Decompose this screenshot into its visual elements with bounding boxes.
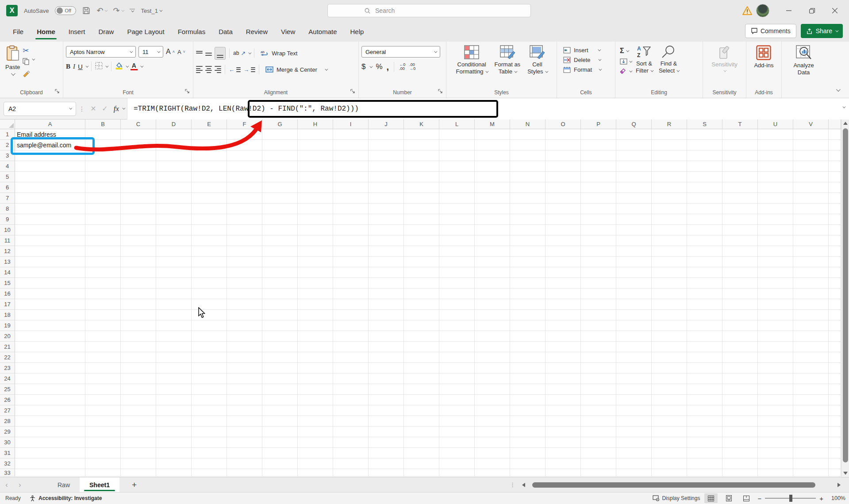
grid-cell-L31[interactable] bbox=[439, 448, 475, 458]
grid-cell-D28[interactable] bbox=[156, 416, 192, 427]
grid-cell-V26[interactable] bbox=[793, 395, 829, 405]
grid-cell-partial[interactable] bbox=[829, 458, 841, 469]
paste-button[interactable]: Paste bbox=[3, 43, 23, 77]
grid-cell-P29[interactable] bbox=[581, 427, 616, 437]
row-header-1[interactable]: 1 bbox=[0, 129, 15, 140]
grid-cell-Q30[interactable] bbox=[616, 437, 652, 448]
grid-cell-F5[interactable] bbox=[227, 172, 262, 182]
grid-cell-O7[interactable] bbox=[546, 193, 581, 204]
grid-cell-O18[interactable] bbox=[546, 310, 581, 320]
grid-cell-F17[interactable] bbox=[227, 299, 262, 310]
grid-cell-A23[interactable] bbox=[15, 363, 85, 373]
row-header-27[interactable]: 27 bbox=[0, 405, 15, 416]
column-header-L[interactable]: L bbox=[439, 119, 475, 129]
grid-cell-E7[interactable] bbox=[192, 193, 227, 204]
ribbon-tab-review[interactable]: Review bbox=[239, 23, 274, 40]
grid-cell-I33[interactable] bbox=[333, 469, 369, 477]
grid-cell-M10[interactable] bbox=[475, 225, 510, 235]
normal-view-button[interactable] bbox=[704, 493, 718, 503]
grid-cell-partial[interactable] bbox=[829, 405, 841, 416]
grid-cell-U19[interactable] bbox=[758, 320, 793, 331]
grid-cell-G19[interactable] bbox=[262, 320, 298, 331]
grid-cell-J10[interactable] bbox=[369, 225, 404, 235]
grid-cell-G1[interactable] bbox=[262, 129, 298, 140]
grid-cell-T6[interactable] bbox=[722, 182, 758, 193]
grid-cell-V28[interactable] bbox=[793, 416, 829, 427]
grid-cell-C1[interactable] bbox=[121, 129, 156, 140]
grid-cell-A3[interactable] bbox=[15, 150, 85, 161]
grid-cell-J29[interactable] bbox=[369, 427, 404, 437]
grid-cell-V14[interactable] bbox=[793, 267, 829, 278]
grid-cell-S9[interactable] bbox=[687, 214, 722, 225]
grid-cell-E13[interactable] bbox=[192, 257, 227, 267]
grid-cell-M28[interactable] bbox=[475, 416, 510, 427]
grid-cell-T26[interactable] bbox=[722, 395, 758, 405]
grid-cell-F9[interactable] bbox=[227, 214, 262, 225]
grid-cell-partial[interactable] bbox=[829, 140, 841, 150]
grid-cell-B21[interactable] bbox=[85, 342, 121, 352]
grid-cell-O27[interactable] bbox=[546, 405, 581, 416]
insert-cells-button[interactable]: Insert bbox=[563, 47, 600, 54]
grid-cell-T13[interactable] bbox=[722, 257, 758, 267]
grid-cell-O10[interactable] bbox=[546, 225, 581, 235]
align-right-button[interactable] bbox=[215, 66, 221, 73]
grid-cell-C12[interactable] bbox=[121, 246, 156, 257]
grid-cell-V17[interactable] bbox=[793, 299, 829, 310]
grid-cell-F22[interactable] bbox=[227, 352, 262, 363]
grid-cell-G23[interactable] bbox=[262, 363, 298, 373]
grid-cell-D3[interactable] bbox=[156, 150, 192, 161]
grid-cell-S23[interactable] bbox=[687, 363, 722, 373]
grid-cell-G24[interactable] bbox=[262, 373, 298, 384]
row-header-2[interactable]: 2 bbox=[0, 140, 15, 150]
grid-cell-M25[interactable] bbox=[475, 384, 510, 395]
grid-cell-C24[interactable] bbox=[121, 373, 156, 384]
grid-cell-R27[interactable] bbox=[652, 405, 687, 416]
add-sheet-button[interactable]: + bbox=[132, 480, 137, 490]
grid-cell-A9[interactable] bbox=[15, 214, 85, 225]
grid-cell-S17[interactable] bbox=[687, 299, 722, 310]
grid-cell-B4[interactable] bbox=[85, 161, 121, 172]
grid-cell-A13[interactable] bbox=[15, 257, 85, 267]
namebox-resize-handle[interactable]: ⋮ bbox=[79, 105, 85, 112]
grid-cell-A22[interactable] bbox=[15, 352, 85, 363]
grid-cell-E1[interactable] bbox=[192, 129, 227, 140]
grid-cell-Q9[interactable] bbox=[616, 214, 652, 225]
grid-cell-P10[interactable] bbox=[581, 225, 616, 235]
grid-cell-M12[interactable] bbox=[475, 246, 510, 257]
grid-cell-A24[interactable] bbox=[15, 373, 85, 384]
column-header-S[interactable]: S bbox=[687, 119, 722, 129]
grid-cell-D31[interactable] bbox=[156, 448, 192, 458]
row-header-17[interactable]: 17 bbox=[0, 299, 15, 310]
grid-cell-O28[interactable] bbox=[546, 416, 581, 427]
grid-cell-A18[interactable] bbox=[15, 310, 85, 320]
grid-cell-O12[interactable] bbox=[546, 246, 581, 257]
grid-cell-G2[interactable] bbox=[262, 140, 298, 150]
prev-sheet-button[interactable]: ‹ bbox=[0, 481, 13, 489]
grid-cell-Q2[interactable] bbox=[616, 140, 652, 150]
grid-cell-C28[interactable] bbox=[121, 416, 156, 427]
grid-cell-L28[interactable] bbox=[439, 416, 475, 427]
grid-cell-C30[interactable] bbox=[121, 437, 156, 448]
column-header-K[interactable]: K bbox=[404, 119, 439, 129]
grid-cell-S15[interactable] bbox=[687, 278, 722, 289]
grid-cell-E32[interactable] bbox=[192, 458, 227, 469]
row-header-13[interactable]: 13 bbox=[0, 257, 15, 267]
grid-cell-B12[interactable] bbox=[85, 246, 121, 257]
grid-cell-M20[interactable] bbox=[475, 331, 510, 342]
grid-cell-K22[interactable] bbox=[404, 352, 439, 363]
grid-cell-K2[interactable] bbox=[404, 140, 439, 150]
grid-cell-G11[interactable] bbox=[262, 235, 298, 246]
grid-cell-A11[interactable] bbox=[15, 235, 85, 246]
grid-cell-B28[interactable] bbox=[85, 416, 121, 427]
grid-cell-F21[interactable] bbox=[227, 342, 262, 352]
grid-cell-partial[interactable] bbox=[829, 172, 841, 182]
grid-cell-A28[interactable] bbox=[15, 416, 85, 427]
grid-cell-H21[interactable] bbox=[298, 342, 333, 352]
grid-cell-J26[interactable] bbox=[369, 395, 404, 405]
row-header-4[interactable]: 4 bbox=[0, 161, 15, 172]
row-header-6[interactable]: 6 bbox=[0, 182, 15, 193]
grid-cell-N8[interactable] bbox=[510, 204, 546, 214]
grid-cell-A12[interactable] bbox=[15, 246, 85, 257]
grid-cell-R4[interactable] bbox=[652, 161, 687, 172]
grid-cell-S3[interactable] bbox=[687, 150, 722, 161]
